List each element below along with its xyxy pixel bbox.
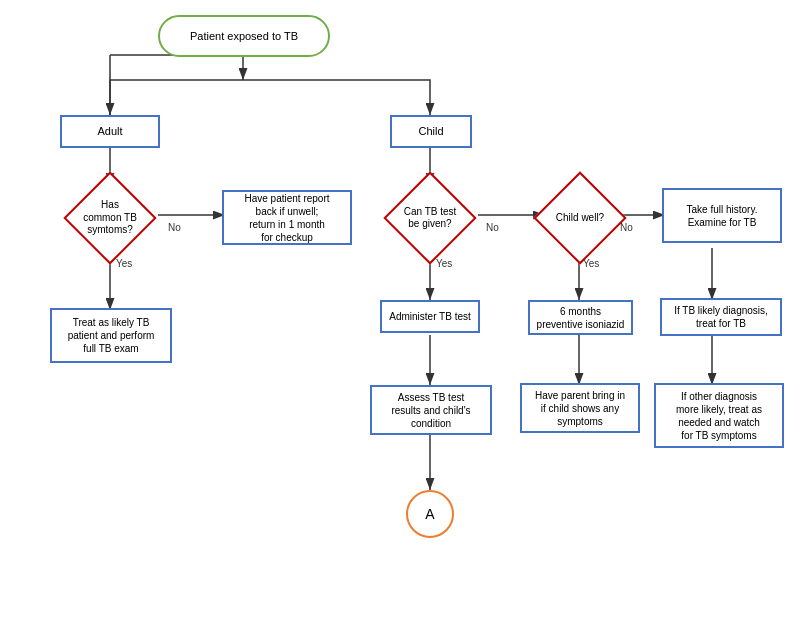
- report-back-node: Have patient report back if unwell; retu…: [222, 190, 352, 245]
- connector-a-label: A: [425, 506, 434, 522]
- child-label: Child: [418, 124, 443, 138]
- if-tb-likely-label: If TB likely diagnosis, treat for TB: [674, 304, 768, 330]
- adult-node: Adult: [60, 115, 160, 148]
- child-well-diamond: Child well?: [532, 185, 628, 251]
- assess-node: Assess TB test results and child's condi…: [370, 385, 492, 435]
- administer-node: Administer TB test: [380, 300, 480, 333]
- preventive-node: 6 months preventive isoniazid: [528, 300, 633, 335]
- full-history-node: Take full history. Examine for TB: [662, 188, 782, 243]
- no1-label: No: [168, 222, 181, 233]
- other-diagnosis-node: If other diagnosis more likely, treat as…: [654, 383, 784, 448]
- parent-bring-label: Have parent bring in if child shows any …: [535, 389, 625, 428]
- no2-label: No: [486, 222, 499, 233]
- flowchart-diagram: Patient exposed to TB Adult Child Hascom…: [0, 0, 800, 638]
- start-label: Patient exposed to TB: [190, 29, 298, 43]
- no3-label: No: [620, 222, 633, 233]
- start-node: Patient exposed to TB: [158, 15, 330, 57]
- child-well-label: Child well?: [540, 212, 620, 225]
- if-tb-likely-node: If TB likely diagnosis, treat for TB: [660, 298, 782, 336]
- treat-adult-label: Treat as likely TB patient and perform f…: [68, 316, 155, 355]
- treat-adult-node: Treat as likely TB patient and perform f…: [50, 308, 172, 363]
- preventive-label: 6 months preventive isoniazid: [537, 305, 625, 331]
- connector-a-node: A: [406, 490, 454, 538]
- yes1-label: Yes: [116, 258, 132, 269]
- can-tb-test-label: Can TB testbe given?: [390, 206, 470, 231]
- has-symptoms-diamond: Hascommon TBsymtoms?: [62, 185, 158, 251]
- adult-label: Adult: [97, 124, 122, 138]
- yes2-label: Yes: [436, 258, 452, 269]
- can-tb-test-diamond: Can TB testbe given?: [382, 185, 478, 251]
- parent-bring-node: Have parent bring in if child shows any …: [520, 383, 640, 433]
- administer-label: Administer TB test: [389, 310, 471, 323]
- other-diagnosis-label: If other diagnosis more likely, treat as…: [676, 390, 762, 442]
- assess-label: Assess TB test results and child's condi…: [391, 391, 470, 430]
- full-history-label: Take full history. Examine for TB: [687, 203, 758, 229]
- child-node: Child: [390, 115, 472, 148]
- report-back-label: Have patient report back if unwell; retu…: [244, 192, 329, 244]
- yes3-label: Yes: [583, 258, 599, 269]
- has-symptoms-label: Hascommon TBsymtoms?: [70, 199, 150, 237]
